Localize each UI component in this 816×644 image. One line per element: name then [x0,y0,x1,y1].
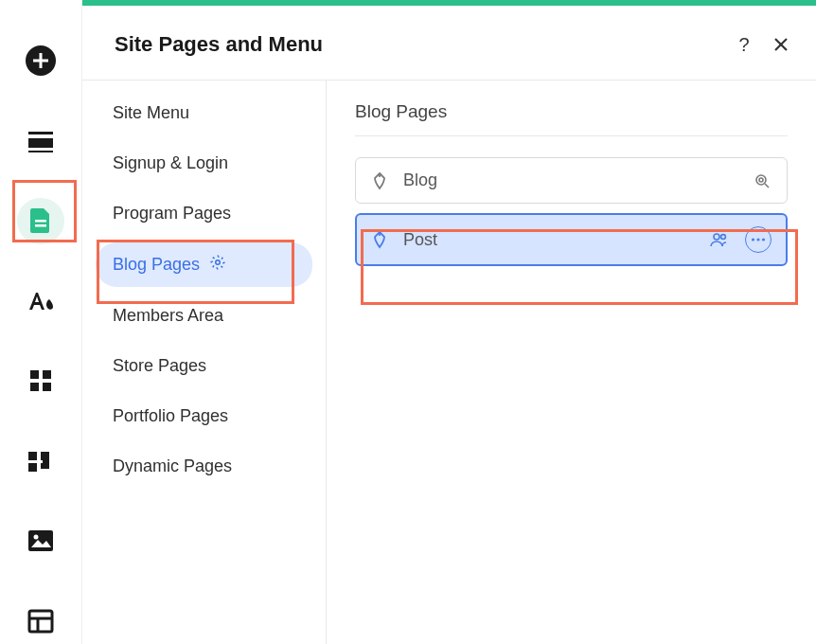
close-icon [772,36,789,53]
close-button[interactable] [772,36,789,53]
menu-item-label: Site Menu [113,103,189,123]
menu-item-label: Store Pages [113,356,206,376]
panel-header: Site Pages and Menu ? [82,6,816,80]
icon-sidebar [0,0,82,644]
menu-item-label: Dynamic Pages [113,456,232,476]
menu-item-dynamic-pages[interactable]: Dynamic Pages [96,445,312,488]
menu-list: Site Menu Signup & Login Program Pages B… [82,80,327,644]
grid-icon [28,368,53,393]
settings-action[interactable] [753,171,772,190]
menu-item-program-pages[interactable]: Program Pages [96,192,312,235]
media-button[interactable] [17,518,64,564]
tutorial-highlight-sidebar [12,180,77,242]
sections-button[interactable] [17,118,64,165]
add-button[interactable] [17,38,64,84]
svg-rect-8 [30,370,39,379]
svg-line-26 [765,184,769,188]
tutorial-highlight-menu [97,240,294,304]
svg-rect-16 [29,611,52,632]
svg-rect-9 [43,370,51,379]
help-button[interactable]: ? [735,35,754,54]
panel-body: Site Menu Signup & Login Program Pages B… [82,80,816,644]
panel-title: Site Pages and Menu [115,32,716,57]
pages-panel: Site Pages and Menu ? Site Menu Signup &… [82,0,816,644]
menu-item-portfolio-pages[interactable]: Portfolio Pages [96,395,312,438]
menu-item-label: Members Area [113,306,223,326]
svg-rect-12 [28,452,37,460]
menu-item-site-menu[interactable]: Site Menu [96,92,312,134]
menu-item-signup-login[interactable]: Signup & Login [96,142,312,185]
apps-button[interactable] [17,358,64,404]
menu-item-label: Program Pages [113,204,231,224]
svg-rect-13 [28,463,37,472]
puzzle-icon [27,449,55,474]
addons-button[interactable] [17,438,64,485]
section-title: Blog Pages [355,101,788,136]
svg-point-24 [756,175,766,185]
menu-item-label: Portfolio Pages [113,406,228,426]
svg-text:?: ? [738,35,749,54]
svg-rect-3 [28,132,53,134]
menu-item-label: Signup & Login [113,153,228,173]
svg-rect-5 [28,151,53,152]
svg-rect-2 [33,60,48,63]
svg-rect-11 [43,383,51,391]
svg-rect-14 [28,530,53,551]
svg-point-15 [34,535,39,540]
page-item-label: Blog [403,170,737,190]
data-button[interactable] [17,599,64,645]
design-button[interactable] [17,278,64,325]
plus-circle-icon [25,45,57,77]
image-icon [27,528,55,553]
font-drop-icon [27,289,55,313]
tutorial-highlight-page [361,229,798,305]
svg-rect-4 [28,138,53,148]
rows-icon [27,130,54,152]
question-icon: ? [735,35,754,54]
pen-icon [371,171,388,190]
page-item-blog[interactable]: Blog [355,157,788,204]
content-area: Blog Pages Blog [327,80,816,644]
menu-item-store-pages[interactable]: Store Pages [96,345,312,387]
svg-point-25 [759,178,763,182]
table-icon [27,609,54,634]
svg-rect-10 [30,383,39,391]
